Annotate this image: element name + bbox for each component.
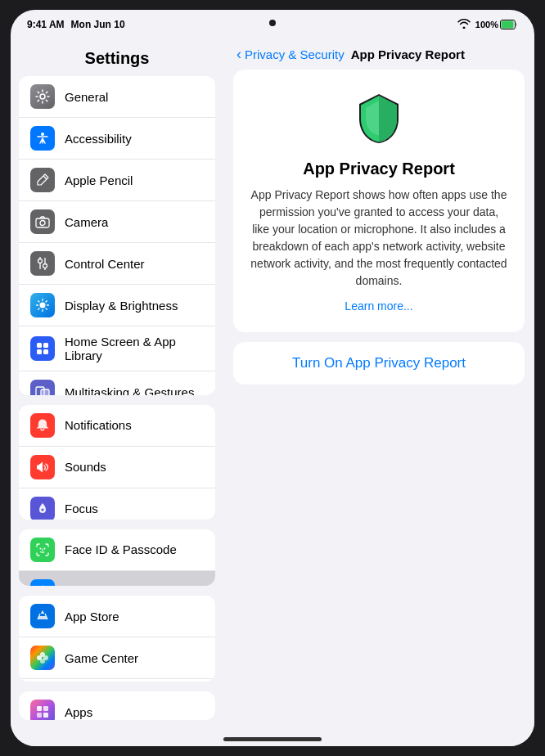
sidebar-item-accessibility[interactable]: Accessibility xyxy=(19,118,215,160)
apple-pencil-icon xyxy=(30,168,55,192)
sidebar-item-multitasking[interactable]: Multitasking & Gestures xyxy=(19,371,215,395)
sounds-label: Sounds xyxy=(65,460,106,474)
learn-more-link[interactable]: Learn more... xyxy=(345,299,412,313)
detail-panel: ‹ Privacy & Security App Privacy Report xyxy=(223,36,534,746)
svg-rect-16 xyxy=(43,349,48,354)
sidebar-item-app-store[interactable]: App Store xyxy=(19,596,215,637)
sidebar-title: Settings xyxy=(11,36,223,76)
svg-rect-1 xyxy=(502,21,514,29)
display-brightness-label: Display & Brightness xyxy=(65,299,178,313)
control-center-icon xyxy=(30,251,55,276)
apple-pencil-label: Apple Pencil xyxy=(65,173,133,187)
svg-point-12 xyxy=(40,303,46,308)
time: 9:41 AM xyxy=(27,19,65,30)
date: Mon Jun 10 xyxy=(71,19,125,30)
svg-rect-4 xyxy=(36,218,49,227)
apps-label: Apps xyxy=(65,705,92,719)
report-card-title: App Privacy Report xyxy=(303,160,455,178)
focus-label: Focus xyxy=(65,502,98,515)
nav-back-label: Privacy & Security xyxy=(245,47,345,61)
home-screen-label: Home Screen & App Library xyxy=(65,335,204,362)
camera-dot xyxy=(269,20,276,26)
ipad-frame: 9:41 AM Mon Jun 10 100% xyxy=(11,10,534,746)
sidebar-item-privacy-security[interactable]: Privacy & Security xyxy=(19,571,215,587)
sidebar-item-game-center[interactable]: Game Center xyxy=(19,637,215,679)
app-store-label: App Store xyxy=(65,610,119,623)
face-id-label: Face ID & Passcode xyxy=(65,542,177,556)
svg-rect-37 xyxy=(43,706,48,711)
svg-rect-14 xyxy=(43,343,48,348)
sidebar-item-focus[interactable]: Focus xyxy=(19,488,215,520)
general-label: General xyxy=(65,90,108,104)
game-center-icon xyxy=(30,646,55,670)
sidebar-item-wallet[interactable]: Wallet & Apple Pay xyxy=(19,679,215,682)
sidebar-item-home-screen[interactable]: Home Screen & App Library xyxy=(19,326,215,371)
camera-icon xyxy=(30,209,55,234)
nav-back-button[interactable]: ‹ Privacy & Security xyxy=(236,46,345,63)
svg-rect-18 xyxy=(41,389,49,395)
status-left: 9:41 AM Mon Jun 10 xyxy=(27,19,125,30)
battery-percent: 100% xyxy=(475,20,498,29)
sounds-icon xyxy=(30,455,55,479)
sidebar-item-notifications[interactable]: Notifications xyxy=(19,405,215,447)
apps-icon xyxy=(30,700,55,720)
nav-bar: ‹ Privacy & Security App Privacy Report xyxy=(223,36,534,70)
notifications-icon xyxy=(30,413,55,438)
sidebar-item-apple-pencil[interactable]: Apple Pencil xyxy=(19,160,215,201)
nav-current-title: App Privacy Report xyxy=(351,47,465,61)
svg-point-24 xyxy=(40,547,42,549)
app-store-icon xyxy=(30,604,55,628)
control-center-label: Control Center xyxy=(65,257,145,271)
battery-icon: 100% xyxy=(475,20,518,29)
svg-point-22 xyxy=(42,508,44,511)
focus-icon xyxy=(30,497,55,520)
sidebar-item-apps[interactable]: Apps xyxy=(19,691,215,720)
general-icon xyxy=(30,84,55,109)
home-indicator xyxy=(223,737,322,741)
sidebar-item-general[interactable]: General xyxy=(19,76,215,118)
sidebar-group-1: General Accessibility xyxy=(19,76,215,395)
sidebar-item-camera[interactable]: Camera xyxy=(19,201,215,243)
sidebar: Settings General xyxy=(11,36,223,746)
back-arrow-icon: ‹ xyxy=(236,46,241,63)
svg-point-7 xyxy=(43,264,47,268)
sidebar-item-sounds[interactable]: Sounds xyxy=(19,447,215,488)
sidebar-group-4: App Store Game Center xyxy=(19,596,215,682)
sidebar-item-face-id[interactable]: Face ID & Passcode xyxy=(19,529,215,571)
display-brightness-icon xyxy=(30,293,55,317)
sidebar-group-3: Face ID & Passcode Privacy & Security xyxy=(19,529,215,587)
game-center-label: Game Center xyxy=(65,651,138,665)
svg-point-2 xyxy=(40,94,45,99)
accessibility-label: Accessibility xyxy=(65,132,132,146)
turn-on-row: Turn On App Privacy Report xyxy=(233,342,525,385)
privacy-security-icon xyxy=(30,579,55,587)
svg-point-6 xyxy=(38,259,43,263)
svg-rect-39 xyxy=(43,713,48,718)
multitasking-icon xyxy=(30,380,55,395)
home-screen-icon xyxy=(30,336,55,361)
notifications-label: Notifications xyxy=(65,418,132,432)
main-content: Settings General xyxy=(11,36,534,746)
turn-on-button[interactable]: Turn On App Privacy Report xyxy=(292,355,466,371)
shield-icon xyxy=(349,89,408,148)
camera-label: Camera xyxy=(65,215,108,229)
privacy-report-card: App Privacy Report App Privacy Report sh… xyxy=(233,70,525,332)
svg-point-25 xyxy=(44,547,46,549)
status-right: 100% xyxy=(457,19,518,31)
svg-point-5 xyxy=(40,221,45,226)
svg-rect-13 xyxy=(37,343,42,348)
sidebar-item-control-center[interactable]: Control Center xyxy=(19,243,215,285)
svg-rect-38 xyxy=(37,713,42,718)
report-card-description: App Privacy Report shows how often apps … xyxy=(250,187,508,290)
svg-rect-36 xyxy=(37,706,42,711)
sidebar-item-display[interactable]: Display & Brightness xyxy=(19,285,215,326)
accessibility-icon xyxy=(30,126,55,151)
svg-rect-15 xyxy=(37,349,42,354)
svg-point-32 xyxy=(40,659,45,664)
wifi-icon xyxy=(457,19,471,31)
multitasking-label: Multitasking & Gestures xyxy=(65,385,194,395)
privacy-security-label: Privacy & Security xyxy=(65,584,164,586)
sidebar-group-2: Notifications Sounds xyxy=(19,405,215,520)
sidebar-group-5: Apps xyxy=(19,691,215,720)
svg-point-3 xyxy=(41,133,44,136)
